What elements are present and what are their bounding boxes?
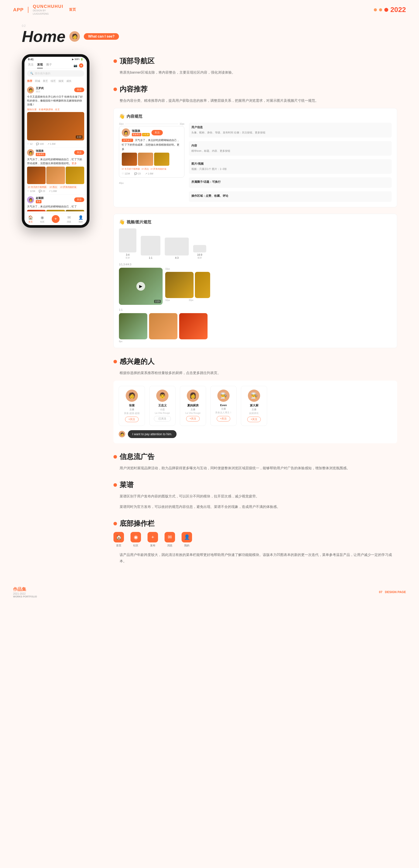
spec-location-3: 🏷 罗来鸡做好滋 xyxy=(151,167,166,170)
spec-user-name: 张国泉 xyxy=(132,129,150,133)
camera-icon[interactable]: 📷 xyxy=(73,64,77,67)
bar-community-label: 社区 xyxy=(130,544,141,548)
filter-growth[interactable]: 成长 xyxy=(66,79,72,83)
feed-item-1: 🧑 王罗武 30万 关注 今天又是跟林先生开心的小日子 给林先生做了好吃的便当，… xyxy=(25,85,87,147)
message-icon: ✉ xyxy=(67,215,71,220)
tag-2-1: 🏷 冬天的十根烤肠 xyxy=(27,185,47,189)
person-large-follow-1[interactable]: +关注 xyxy=(125,416,138,422)
page-label: 首页 xyxy=(69,7,76,12)
attention-text: I want to pay attention to him. xyxy=(132,432,172,436)
stat-comment-2[interactable]: 💬 23 xyxy=(39,190,45,193)
avatar-3: 👩 xyxy=(27,196,34,203)
tab-discover[interactable]: 发现 xyxy=(37,63,43,68)
bottom-nav-community[interactable]: ◉ 社区 xyxy=(40,215,44,223)
spec-group-userinfo-title: 用户信息 xyxy=(191,125,389,129)
norm-title: 👋 内容规范 xyxy=(119,114,392,119)
filter-funny[interactable]: 搞笑 xyxy=(59,79,64,83)
bar-home-label: 首页 xyxy=(114,544,124,548)
phone-nav-tabs[interactable]: 关注 发现 圈子 📷 + xyxy=(25,61,87,68)
px-32-a: 32px xyxy=(165,299,170,301)
avatar-2: 👩 xyxy=(27,149,34,156)
followers-1: 30万 xyxy=(36,90,44,93)
bottom-nav-home[interactable]: 🏠 首页 xyxy=(28,215,33,223)
stat-share-1[interactable]: ↗ 1.6W xyxy=(47,143,56,146)
px-40: 40px xyxy=(119,182,184,184)
stat-share-2[interactable]: ↗ 1.6W xyxy=(49,190,57,193)
section-title-recipe: 菜谱 xyxy=(120,480,134,490)
stat-like-1[interactable]: ♡ 12 xyxy=(27,143,33,146)
feed-user-1: 🧑 王罗武 30万 关注 xyxy=(27,87,84,93)
add-circle-icon[interactable]: + xyxy=(79,63,84,68)
person-large-2: 👨 王忠义 小店 La Vita Rouge 已关注 xyxy=(149,386,175,426)
filter-art[interactable]: 美艺 xyxy=(43,79,48,83)
person-large-follow-4[interactable]: +关注 xyxy=(217,416,230,422)
person-large-title-1: 主播 xyxy=(123,408,140,411)
dot-1 xyxy=(374,8,377,11)
play-overlay: ▶ xyxy=(119,268,163,305)
px-row-top: 32px 32px xyxy=(119,123,184,125)
follow-btn-3[interactable]: 关注 xyxy=(74,197,84,202)
video-norm-title: 👋 视频/图片规范 xyxy=(119,219,392,225)
person-large-follow-3[interactable]: +关注 xyxy=(186,416,199,422)
px-annotations-below: 40px xyxy=(119,182,184,184)
phone-screen: 9:41 ▶ WiFi 🔋 关注 发现 圈子 📷 + xyxy=(25,57,87,225)
feed-images-3 xyxy=(27,210,84,211)
bottom-nav-publish[interactable]: + xyxy=(52,215,60,223)
spec-group-media-desc: 视频：只展示1个 图片：1~3张 xyxy=(191,167,389,171)
attention-avatar: 🧑 xyxy=(119,431,125,437)
person-large-avatar-2: 👨 xyxy=(156,390,168,402)
bottom-nav-message-label: 消息 xyxy=(67,220,71,223)
filter-variety[interactable]: 综艺 xyxy=(51,79,56,83)
spec-group-userinfo: 用户信息 头像、昵称、身份、等级、发布时间 右侧：关注按钮、更多按钮 xyxy=(189,123,392,137)
person-large-title-5: 主播 xyxy=(246,408,262,411)
publish-icon: + xyxy=(52,215,60,223)
person-large-title-4: 主播 xyxy=(215,407,232,410)
page-title-block: Home 🧑 What can I see? xyxy=(22,28,397,45)
phone-filter-tabs[interactable]: 推荐 同城 美艺 综艺 搞笑 成长 xyxy=(25,79,87,85)
spec-follow-btn[interactable]: 关注 xyxy=(152,130,163,135)
section-header-interested: 感兴趣的人 xyxy=(114,357,397,366)
stat-like-2[interactable]: ♡ 1234 xyxy=(27,190,35,193)
sample-side-img-1 xyxy=(165,272,194,298)
phone-bottom-nav: 🏠 首页 ◉ 社区 + ✉ 消息 👤 xyxy=(25,213,87,225)
page-footer: 作品集 2021-2022 WORKS PORTFOLIO 07 DESIGN … xyxy=(0,582,419,602)
filter-recommend[interactable]: 推荐 xyxy=(27,79,32,83)
play-icon[interactable]: ▶ xyxy=(136,282,145,291)
search-icon: 🔍 xyxy=(30,72,33,75)
person-large-follow-5[interactable]: +关注 xyxy=(247,416,261,422)
section-title-interested: 感兴趣的人 xyxy=(120,357,155,366)
spec-badge-2: 小红薯 xyxy=(142,133,150,136)
bottom-nav-profile[interactable]: 👤 我的 xyxy=(78,215,83,223)
footer-left: 作品集 2021-2022 WORKS PORTFOLIO xyxy=(13,586,37,598)
header-divider xyxy=(28,7,28,13)
phone-search-bar[interactable]: 🔍 搜你感兴趣的 xyxy=(27,70,84,76)
follow-btn-1[interactable]: 关注 xyxy=(74,88,84,92)
spec-img-3 xyxy=(154,153,169,166)
section-desc-bottom-bar: 该产品用户年龄跨度较大，因此清洁有效的菜单栏能帮更好地帮助用户快速了解功能能模块… xyxy=(114,552,397,564)
title-avatar: 🧑 xyxy=(69,31,80,42)
spec-group-content-desc: 精华icon，标题、内容、更多按钮 xyxy=(191,149,389,153)
img-2-3 xyxy=(66,166,84,184)
follow-btn-2[interactable]: 关注 xyxy=(74,150,84,155)
person-large-follow-2: 已关注 xyxy=(154,416,171,422)
username-1: 王罗武 xyxy=(36,87,44,90)
section-dot-2 xyxy=(114,88,117,91)
spec-stat-share: ↗ 1.6W xyxy=(145,172,153,175)
bottom-bar-icons: 🏠 首页 ◉ 社区 + 发布 ✉ 消息 👤 我的 xyxy=(114,532,397,548)
phone-wrapper: 9:41 ▶ WiFi 🔋 关注 发现 圈子 📷 + xyxy=(22,54,96,569)
phone-frame: 9:41 ▶ WiFi 🔋 关注 发现 圈子 📷 + xyxy=(22,54,90,228)
avatar-1: 🧑 xyxy=(27,87,34,93)
content-norm-box: 👋 内容规范 32px 32px xyxy=(114,108,397,207)
tab-circle[interactable]: 圈子 xyxy=(46,63,52,68)
filter-nearby[interactable]: 同城 xyxy=(35,79,40,83)
tab-follow[interactable]: 关注 xyxy=(28,63,34,68)
ratio-label-1-1: 1:1 xyxy=(141,256,160,259)
bar-publish-label: 发布 xyxy=(148,544,158,548)
home-icon: 🏠 xyxy=(28,215,33,220)
stat-comment-1[interactable]: 💬 100 xyxy=(36,143,44,146)
what-badge: What can I see? xyxy=(84,33,119,40)
spec-location-2: 🏷 西点 xyxy=(141,167,149,170)
bottom-nav-message[interactable]: ✉ 消息 xyxy=(67,215,71,223)
bar-profile-label: 我的 xyxy=(182,544,192,548)
person-large-name-2: 王忠义 xyxy=(154,404,171,407)
